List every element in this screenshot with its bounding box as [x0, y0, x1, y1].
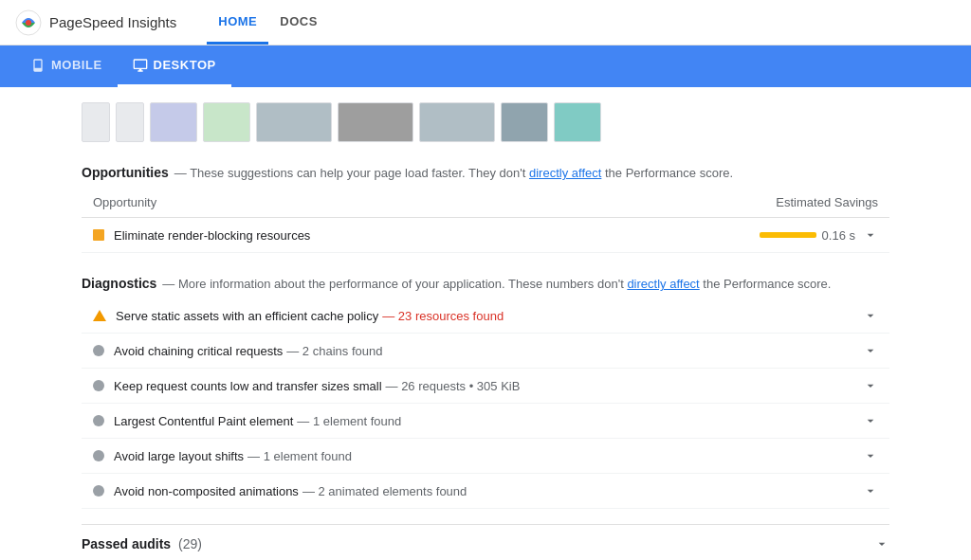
- opportunities-title: Opportunities: [82, 165, 169, 180]
- diagnostic-left-3: Largest Contentful Paint element — 1 ele…: [93, 414, 855, 428]
- tab-desktop-label: DESKTOP: [154, 58, 216, 72]
- passed-audits-count: (29): [178, 536, 202, 551]
- diagnostic-label-4: Avoid large layout shifts: [114, 449, 244, 463]
- opportunity-row-0[interactable]: Eliminate render-blocking resources 0.16…: [82, 218, 889, 253]
- diagnostic-row-0[interactable]: Serve static assets with an efficient ca…: [82, 298, 889, 334]
- nav-docs[interactable]: DOCS: [268, 0, 329, 45]
- diagnostic-label-1: Avoid chaining critical requests: [114, 344, 283, 358]
- diagnostic-row-4[interactable]: Avoid large layout shifts — 1 element fo…: [82, 439, 889, 474]
- diagnostics-desc: — More information about the performance…: [162, 277, 831, 291]
- diagnostics-link[interactable]: directly affect: [627, 277, 699, 291]
- svg-point-1: [26, 20, 31, 26]
- savings-bar-0: [760, 232, 816, 238]
- screenshot-thumb-9: [554, 102, 601, 142]
- app-title: PageSpeed Insights: [49, 14, 176, 30]
- chevron-down-icon-d5: [863, 483, 878, 498]
- diagnostic-sub-2: — 26 requests • 305 KiB: [386, 379, 521, 393]
- diagnostics-header: Diagnostics — More information about the…: [82, 276, 889, 291]
- screenshot-thumb-7: [419, 102, 495, 142]
- diagnostic-right-0: [855, 308, 878, 323]
- diagnostic-row-5[interactable]: Avoid non-composited animations — 2 anim…: [82, 474, 889, 509]
- diagnostic-row-1[interactable]: Avoid chaining critical requests — 2 cha…: [82, 334, 889, 369]
- screenshot-thumb-8: [501, 102, 548, 142]
- top-nav: PageSpeed Insights HOME DOCS: [0, 0, 971, 45]
- desktop-icon: [133, 58, 148, 73]
- diagnostic-label-3: Largest Contentful Paint element: [114, 414, 293, 428]
- screenshot-thumb-5: [256, 102, 332, 142]
- chevron-down-icon-d4: [863, 448, 878, 463]
- diagnostic-row-3[interactable]: Largest Contentful Paint element — 1 ele…: [82, 404, 889, 439]
- diagnostic-left-4: Avoid large layout shifts — 1 element fo…: [93, 449, 855, 463]
- screenshot-strip: [82, 102, 889, 142]
- opportunity-left-0: Eliminate render-blocking resources: [93, 228, 760, 243]
- diagnostic-left-1: Avoid chaining critical requests — 2 cha…: [93, 344, 855, 358]
- opportunity-right-0: 0.16 s: [760, 227, 878, 243]
- diagnostic-row-2[interactable]: Keep request counts low and transfer siz…: [82, 369, 889, 404]
- opportunities-link[interactable]: directly affect: [529, 166, 601, 180]
- circle-icon-1: [93, 345, 104, 356]
- opportunities-desc: — These suggestions can help your page l…: [174, 166, 733, 180]
- screenshot-thumb-1: [82, 102, 110, 142]
- diagnostic-right-5: [855, 483, 878, 498]
- device-tabs: MOBILE DESKTOP: [0, 45, 971, 87]
- col-opportunity: Opportunity: [93, 195, 156, 209]
- circle-icon-4: [93, 450, 104, 461]
- chevron-down-icon-passed: [874, 536, 889, 551]
- col-savings: Estimated Savings: [776, 195, 878, 209]
- nav-home[interactable]: HOME: [207, 0, 268, 45]
- circle-icon-5: [93, 485, 104, 497]
- mobile-icon: [30, 58, 46, 73]
- diagnostic-label-0: Serve static assets with an efficient ca…: [116, 309, 378, 323]
- tab-desktop[interactable]: DESKTOP: [118, 45, 231, 87]
- screenshot-thumb-2: [116, 102, 144, 142]
- diagnostic-sub-1: — 2 chains found: [286, 344, 382, 358]
- tab-mobile[interactable]: MOBILE: [15, 45, 118, 87]
- diagnostic-right-2: [855, 378, 878, 393]
- opportunities-section: Opportunities — These suggestions can he…: [82, 165, 889, 253]
- diagnostic-right-1: [855, 343, 878, 358]
- table-header: Opportunity Estimated Savings: [82, 188, 889, 218]
- orange-square-icon-0: [93, 229, 104, 241]
- diagnostic-label-5: Avoid non-composited animations: [114, 484, 299, 498]
- warning-icon-0: [93, 310, 106, 321]
- diagnostics-title: Diagnostics: [82, 276, 156, 291]
- screenshot-thumb-4: [203, 102, 250, 142]
- opportunity-label-0: Eliminate render-blocking resources: [114, 228, 310, 243]
- tab-mobile-label: MOBILE: [51, 58, 102, 72]
- screenshot-thumb-6: [338, 102, 413, 142]
- circle-icon-2: [93, 380, 104, 391]
- chevron-down-icon-d2: [863, 378, 878, 393]
- diagnostic-left-5: Avoid non-composited animations — 2 anim…: [93, 484, 855, 498]
- diagnostic-sub-4: — 1 element found: [247, 449, 352, 463]
- diagnostic-sub-0: — 23 resources found: [382, 309, 504, 323]
- passed-audits-left: Passed audits (29): [82, 536, 202, 551]
- diagnostic-sub-3: — 1 element found: [297, 414, 401, 428]
- chevron-down-icon-d0: [863, 308, 878, 323]
- diagnostics-section: Diagnostics — More information about the…: [82, 276, 889, 509]
- passed-audits-label: Passed audits: [82, 536, 171, 551]
- diagnostic-left-2: Keep request counts low and transfer siz…: [93, 379, 855, 393]
- diagnostic-right-3: [855, 413, 878, 428]
- opportunities-header: Opportunities — These suggestions can he…: [82, 165, 889, 180]
- main-content: Opportunities — These suggestions can he…: [59, 87, 912, 560]
- savings-value-0: 0.16 s: [822, 228, 855, 243]
- diagnostic-sub-5: — 2 animated elements found: [302, 484, 467, 498]
- diagnostic-left-0: Serve static assets with an efficient ca…: [93, 309, 855, 323]
- nav-links: HOME DOCS: [207, 0, 329, 45]
- diagnostic-label-2: Keep request counts low and transfer siz…: [114, 379, 382, 393]
- passed-audits-row[interactable]: Passed audits (29): [82, 524, 889, 560]
- logo: PageSpeed Insights: [15, 9, 176, 36]
- pagespeed-logo-icon: [15, 9, 42, 36]
- diagnostic-right-4: [855, 448, 878, 463]
- chevron-down-icon-d3: [863, 413, 878, 428]
- chevron-down-icon-0: [863, 227, 878, 243]
- screenshot-thumb-3: [150, 102, 197, 142]
- circle-icon-3: [93, 415, 104, 426]
- chevron-down-icon-d1: [863, 343, 878, 358]
